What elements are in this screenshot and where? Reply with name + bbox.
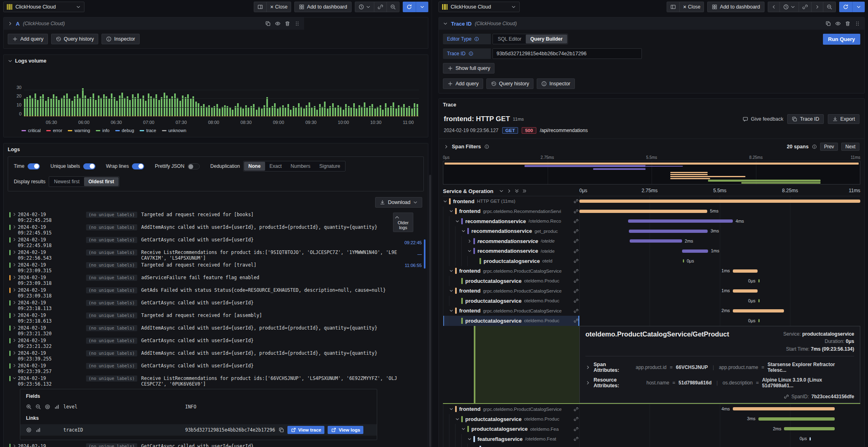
info-icon[interactable] — [812, 144, 817, 149]
add-query-button[interactable]: Add query — [8, 34, 48, 44]
older-logs-button[interactable]: Older logs — [393, 213, 413, 232]
span-duration-bar[interactable] — [758, 417, 835, 421]
view-trace-button[interactable]: View trace — [287, 426, 325, 434]
split-pane-icon-button[interactable] — [667, 2, 679, 12]
left-zoom-out-button[interactable] — [386, 2, 399, 12]
span-duration-bar[interactable] — [733, 289, 758, 293]
span-attributes-row[interactable]: Span Attributes: app.product.id= 66VCHSJ… — [585, 360, 854, 375]
span-row[interactable]: recommendationservice/oteldemo.Reco4ms — [443, 216, 860, 226]
link-icon[interactable] — [784, 394, 789, 399]
expand-one-icon[interactable] — [507, 189, 512, 193]
log-expand-chevron-icon[interactable] — [11, 363, 18, 368]
minimap-viewport[interactable] — [443, 161, 860, 184]
right-datasource-picker[interactable]: ClickHouse Cloud — [438, 2, 520, 12]
log-row[interactable]: 2024-02-19 09:23:09.315(no unique labels… — [9, 261, 428, 274]
delete-query-icon[interactable] — [285, 21, 290, 26]
show-full-query-button[interactable]: Show full query — [443, 63, 494, 74]
span-expand-chevron-icon[interactable] — [449, 407, 455, 411]
give-feedback-button[interactable]: Give feedback — [743, 116, 783, 122]
span-expand-chevron-icon[interactable] — [461, 427, 467, 431]
editor-type-query-builder[interactable]: Query Builder — [526, 35, 567, 43]
span-row[interactable]: frontendgrpc.oteldemo.ProductCatalogServ… — [443, 286, 860, 296]
span-expand-chevron-icon[interactable] — [461, 229, 467, 233]
trace-id-button[interactable]: Trace ID — [787, 114, 823, 124]
inspector-button[interactable]: Inspector — [101, 34, 139, 44]
span-duration-bar[interactable] — [784, 427, 835, 430]
right-add-to-dashboard-button[interactable]: Add to dashboard — [707, 2, 764, 12]
expand-chevron-icon[interactable] — [585, 380, 590, 385]
legend-item-debug[interactable]: debug — [115, 128, 134, 133]
log-row[interactable]: 2024-02-19 09:23:18.613(no unique labels… — [9, 312, 428, 324]
run-query-button[interactable]: Run Query — [823, 34, 860, 45]
span-duration-bar[interactable] — [733, 407, 835, 410]
log-range-indicator[interactable]: 09:22:45 — 11:06:55 — [404, 239, 425, 269]
collapse-all-icon[interactable] — [514, 189, 519, 193]
dedup-option-exact[interactable]: Exact — [265, 162, 286, 171]
hide-query-icon[interactable] — [835, 21, 841, 26]
logs-volume-title-row[interactable]: Logs volume — [4, 55, 428, 67]
log-row[interactable]: 2024-02-19 09:22:45.258(no unique labels… — [9, 211, 428, 224]
span-link-icon[interactable] — [574, 318, 579, 323]
span-row[interactable]: frontendgrpc.oteldemo.ProductCatalogServ… — [443, 306, 860, 316]
log-expand-chevron-icon[interactable] — [11, 275, 18, 280]
display-option-oldest-first[interactable]: Oldest first — [84, 177, 119, 186]
left-time-picker-button[interactable] — [355, 2, 374, 12]
span-row[interactable]: productcatalogserviceoteldemo.Produc0μs — [443, 276, 860, 286]
span-row[interactable]: productcatalogserviceoteldemo.Produc3ms — [443, 414, 860, 424]
collapse-query-chevron-icon[interactable] — [443, 21, 448, 26]
drag-handle-icon[interactable] — [294, 21, 300, 26]
log-row[interactable]: 2024-02-19 09:23:18.113(no unique labels… — [9, 299, 428, 312]
span-row[interactable]: frontendgrpc.oteldemo.RecommendationServ… — [443, 206, 860, 217]
query-row-header[interactable]: A (ClickHouse Cloud) — [4, 17, 304, 30]
delete-query-icon[interactable] — [845, 21, 851, 26]
expand-chevron-icon[interactable] — [585, 365, 590, 370]
dedup-option-signature[interactable]: Signature — [315, 162, 345, 171]
filter-out-value-icon[interactable] — [35, 404, 41, 410]
prev-span-button[interactable]: Prev — [820, 143, 838, 151]
range-bar[interactable] — [424, 239, 425, 269]
span-expand-chevron-icon[interactable] — [467, 437, 473, 441]
duplicate-query-icon[interactable] — [825, 21, 831, 26]
stats-icon[interactable] — [35, 427, 41, 433]
legend-item-critical[interactable]: critical — [22, 128, 41, 133]
right-refresh-button[interactable] — [839, 2, 852, 12]
collapse-one-icon[interactable] — [499, 189, 504, 193]
right-close-button[interactable]: × Close — [679, 2, 704, 12]
span-duration-bar[interactable] — [733, 269, 758, 273]
span-duration-bar[interactable] — [579, 200, 860, 203]
span-row[interactable]: productcatalogserviceoteldemo.Fea2ms — [443, 424, 860, 434]
span-duration-bar[interactable] — [682, 250, 708, 253]
view-logs-button[interactable]: View logs — [328, 426, 363, 434]
span-row[interactable]: featureflagservicefeatureflag0μs — [443, 444, 860, 447]
log-row[interactable]: 2024-02-19 09:23:21.320(no unique labels… — [9, 324, 428, 337]
prettify-json-toggle[interactable] — [188, 163, 200, 169]
info-icon[interactable] — [469, 51, 473, 56]
legend-item-info[interactable]: info — [96, 128, 110, 133]
right-time-picker-button[interactable] — [779, 2, 799, 12]
stats-icon[interactable] — [54, 404, 60, 410]
span-link-icon[interactable] — [574, 219, 579, 224]
trace-id-input[interactable]: 93b5d327129815e4bb26bc74e2b17296 — [492, 48, 642, 59]
span-row[interactable]: frontendHTTP GET (11ms) — [443, 196, 860, 206]
query-history-button[interactable]: Query history — [486, 78, 533, 89]
left-share-link-button[interactable] — [374, 2, 386, 12]
span-row[interactable]: frontendgrpc.oteldemo.ProductCatalogServ… — [443, 266, 860, 276]
span-duration-bar[interactable] — [630, 239, 682, 243]
log-row[interactable]: 2024-02-19 09:22:45.918(no unique labels… — [9, 236, 428, 249]
split-pane-icon-button[interactable] — [254, 2, 266, 12]
duplicate-query-icon[interactable] — [265, 21, 271, 26]
log-expand-chevron-icon[interactable] — [11, 212, 18, 217]
span-link-icon[interactable] — [574, 417, 579, 421]
editor-type-sql-editor[interactable]: SQL Editor — [493, 35, 526, 43]
next-span-button[interactable]: Next — [841, 143, 859, 151]
legend-item-error[interactable]: error — [46, 128, 62, 133]
left-close-button[interactable]: × Close — [266, 2, 291, 12]
expand-span-filters-chevron-icon[interactable] — [444, 144, 449, 149]
log-expand-chevron-icon[interactable] — [11, 325, 18, 330]
span-expand-chevron-icon[interactable] — [449, 209, 455, 213]
span-link-icon[interactable] — [574, 289, 579, 293]
span-link-icon[interactable] — [574, 199, 579, 204]
span-link-icon[interactable] — [574, 427, 579, 432]
log-expand-chevron-icon[interactable] — [11, 262, 18, 267]
info-icon[interactable] — [474, 37, 479, 41]
